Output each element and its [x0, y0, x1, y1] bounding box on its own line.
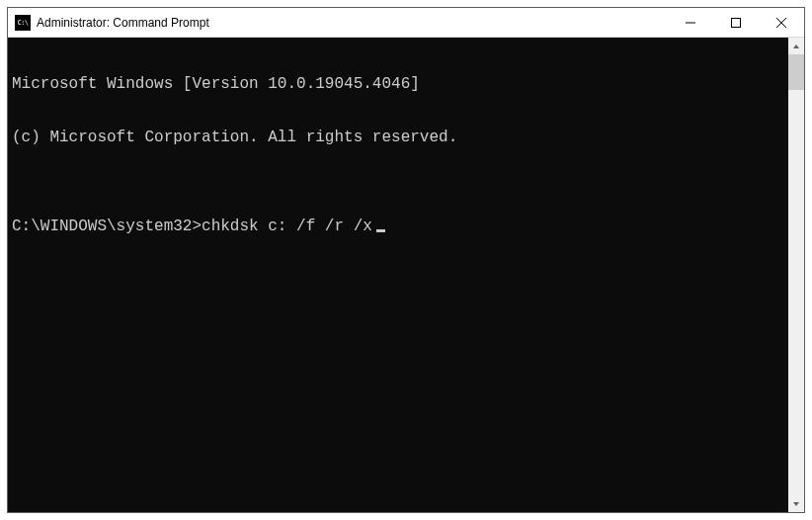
- titlebar[interactable]: C:\ Administrator: Command Prompt: [8, 8, 804, 38]
- svg-rect-1: [732, 18, 741, 27]
- scrollbar-up-button[interactable]: [788, 38, 804, 54]
- close-button[interactable]: [759, 8, 804, 37]
- terminal-prompt: C:\WINDOWS\system32>: [12, 217, 202, 235]
- terminal-output[interactable]: Microsoft Windows [Version 10.0.19045.40…: [8, 38, 788, 512]
- terminal-cursor: [376, 229, 385, 232]
- chevron-up-icon: [792, 43, 800, 50]
- command-prompt-window: C:\ Administrator: Command Prompt Micros…: [7, 7, 805, 513]
- window-controls: [668, 8, 804, 37]
- minimize-button[interactable]: [668, 8, 713, 37]
- minimize-icon: [686, 18, 695, 28]
- close-icon: [776, 18, 786, 28]
- terminal-command: chkdsk c: /f /r /x: [202, 217, 372, 235]
- svg-marker-4: [793, 44, 799, 48]
- maximize-icon: [731, 18, 741, 28]
- content-area: Microsoft Windows [Version 10.0.19045.40…: [8, 38, 804, 512]
- svg-marker-5: [793, 502, 799, 506]
- terminal-line-version: Microsoft Windows [Version 10.0.19045.40…: [12, 75, 788, 93]
- terminal-prompt-line: C:\WINDOWS\system32>chkdsk c: /f /r /x: [12, 217, 788, 235]
- app-icon: C:\: [15, 15, 31, 31]
- window-title: Administrator: Command Prompt: [37, 16, 668, 30]
- vertical-scrollbar[interactable]: [788, 38, 804, 512]
- terminal-line-copyright: (c) Microsoft Corporation. All rights re…: [12, 129, 788, 146]
- maximize-button[interactable]: [713, 8, 759, 37]
- scrollbar-track[interactable]: [788, 54, 804, 495]
- scrollbar-down-button[interactable]: [788, 495, 804, 512]
- chevron-down-icon: [792, 500, 800, 508]
- scrollbar-thumb[interactable]: [788, 54, 804, 90]
